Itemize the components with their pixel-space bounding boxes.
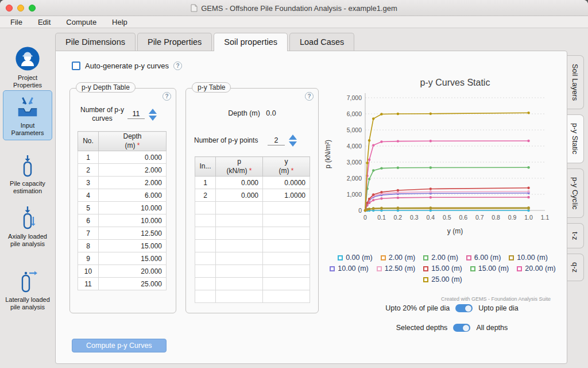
table-row: 1125.000 [78,278,167,290]
right-tab-p-y-static[interactable]: p-y Static [567,114,584,163]
stepper-up-icon[interactable] [149,109,157,114]
pile-dia-toggle-row: Upto 20% of pile dia Upto pile dia [331,304,572,312]
depth-value-cell[interactable]: 20.000 [99,265,167,278]
depth-value-cell[interactable]: 2.000 [99,177,167,189]
empty-cell[interactable] [216,214,263,227]
help-icon[interactable]: ? [163,92,171,101]
num-py-curves-stepper[interactable] [149,109,157,121]
empty-cell[interactable] [263,227,310,240]
empty-cell[interactable] [195,290,216,303]
menu-file[interactable]: File [10,18,22,26]
depths-toggle[interactable] [453,324,470,332]
svg-text:p (kN/m²): p (kN/m²) [324,140,332,168]
depth-value-cell[interactable]: 15.000 [99,252,167,265]
autogen-checkbox[interactable] [72,62,80,70]
p-value-cell[interactable]: 0.000 [216,189,263,202]
legend-item[interactable]: 2.00 (m) [381,254,416,262]
stepper-down-icon[interactable] [289,141,297,147]
legend-item[interactable]: 2.00 (m) [423,254,458,262]
p-value-cell[interactable]: 0.000 [216,177,263,189]
empty-cell[interactable] [263,202,310,214]
empty-cell[interactable] [216,202,263,214]
stepper-up-icon[interactable] [289,135,297,140]
depth-value-cell[interactable]: 10.000 [99,214,167,227]
depth-value-cell[interactable]: 25.000 [99,278,167,290]
num-py-curves-value[interactable]: 11 [127,110,145,119]
pile-dia-toggle[interactable] [455,304,473,312]
svg-text:0: 0 [358,207,362,214]
sidebar-item-axial-analysis[interactable]: Axially loaded pile analysis [3,205,52,248]
empty-cell[interactable] [195,214,216,227]
minimize-button[interactable] [17,5,24,12]
sidebar-item-input-parameters[interactable]: Input Parameters [3,90,52,140]
depth-value-cell[interactable]: 10.000 [99,202,167,214]
zoom-button[interactable] [29,5,36,12]
legend-item[interactable]: 10.00 (m) [509,254,548,262]
stepper-down-icon[interactable] [149,116,157,121]
svg-text:1.1: 1.1 [541,214,550,221]
legend-item[interactable]: 25.00 (m) [423,275,462,283]
tab-load-cases[interactable]: Load Cases [289,33,354,51]
legend-item[interactable]: 12.50 (m) [377,264,416,273]
right-tab-q-z[interactable]: q-z [567,254,584,281]
table-row-empty [195,240,310,252]
empty-cell[interactable] [216,265,263,278]
depth-value-cell[interactable]: 6.000 [99,189,167,202]
help-icon[interactable]: ? [173,62,182,70]
help-icon[interactable]: ? [305,92,314,101]
empty-cell[interactable] [263,240,310,252]
legend-swatch [338,255,343,260]
depth-value-cell[interactable]: 0.000 [99,151,167,164]
legend-item[interactable]: 10.00 (m) [330,264,369,273]
right-tab-t-z[interactable]: t-z [567,223,584,248]
depth-value-cell[interactable]: 2.000 [99,164,167,177]
empty-cell[interactable] [195,240,216,252]
right-tab-soil-layers[interactable]: Soil Layers [567,55,584,109]
sidebar-item-lateral-analysis[interactable]: Laterally loaded pile analysis [3,269,52,311]
empty-cell[interactable] [263,265,310,278]
empty-cell[interactable] [263,278,310,290]
empty-cell[interactable] [263,252,310,265]
y-value-cell[interactable]: 1.0000 [263,189,310,202]
empty-cell[interactable] [195,265,216,278]
menu-help[interactable]: Help [112,18,127,26]
legend-item[interactable]: 0.00 (m) [338,254,373,262]
sidebar-item-label: Project Properties [13,74,42,89]
empty-cell[interactable] [216,290,263,303]
empty-cell[interactable] [263,290,310,303]
empty-cell[interactable] [216,252,263,265]
menu-compute[interactable]: Compute [66,18,96,26]
toggle-right-label: All depths [476,324,508,332]
sidebar-item-pile-capacity[interactable]: Pile capacity estimation [3,154,52,195]
y-value-cell[interactable]: 0.0000 [263,177,310,189]
legend-item[interactable]: 6.00 (m) [466,254,501,262]
num-py-points-stepper[interactable] [289,135,297,147]
empty-cell[interactable] [195,202,216,214]
legend-item[interactable]: 20.00 (m) [517,264,556,273]
empty-cell[interactable] [195,278,216,290]
close-button[interactable] [6,5,13,12]
num-py-points-value[interactable]: 2 [268,136,285,145]
empty-cell[interactable] [216,240,263,252]
table-row: 915.000 [78,252,167,265]
tab-pile-dimensions[interactable]: Pile Dimensions [55,33,136,51]
depth-value-cell[interactable]: 15.000 [99,240,167,252]
window-title: GEMS - Offshore Pile Foundation Analysis… [201,4,397,13]
depth-value-cell[interactable]: 12.500 [99,227,167,240]
empty-cell[interactable] [216,278,263,290]
tab-soil-properties[interactable]: Soil properties [214,33,288,51]
legend-item[interactable]: 15.00 (m) [470,264,509,273]
sidebar-item-project-properties[interactable]: Project Properties [3,45,52,89]
py-depth-table: No. Depth (m) * 10.00022.00032.00046.000… [78,131,167,290]
menu-edit[interactable]: Edit [38,18,51,26]
empty-cell[interactable] [216,227,263,240]
empty-cell[interactable] [195,252,216,265]
row-index-cell: 2 [78,164,99,177]
empty-cell[interactable] [195,227,216,240]
empty-cell[interactable] [263,214,310,227]
title-bar: GEMS - Offshore Pile Foundation Analysis… [0,0,588,16]
compute-py-curves-button[interactable]: Compute p-y Curves [72,339,167,352]
right-tab-p-y-cyclic[interactable]: p-y Cyclic [567,168,584,218]
tab-pile-properties[interactable]: Pile Properties [137,33,212,51]
legend-item[interactable]: 15.00 (m) [423,264,462,273]
